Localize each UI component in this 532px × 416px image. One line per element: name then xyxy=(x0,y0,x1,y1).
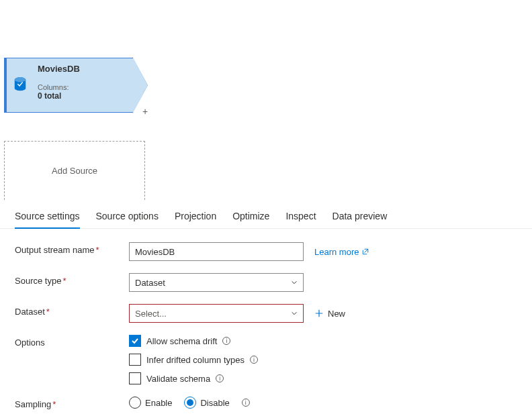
chevron-down-icon xyxy=(291,310,298,317)
tab-optimize[interactable]: Optimize xyxy=(232,204,269,228)
sampling-disable-radio[interactable]: Disable xyxy=(184,397,229,409)
tab-source-options[interactable]: Source options xyxy=(96,204,159,228)
info-icon[interactable]: i xyxy=(222,337,230,345)
learn-more-link[interactable]: Learn more xyxy=(314,247,369,257)
external-link-icon xyxy=(361,248,369,256)
source-type-label: Source type* xyxy=(15,273,129,286)
source-icon-col xyxy=(7,58,34,113)
validate-schema-label: Validate schema xyxy=(146,374,210,384)
tab-inspect[interactable]: Inspect xyxy=(285,204,316,228)
validate-schema-checkbox[interactable] xyxy=(129,372,141,384)
infer-drifted-types-label: Infer drifted column types xyxy=(146,355,245,365)
output-stream-label: Output stream name* xyxy=(15,242,129,255)
dataset-label: Dataset* xyxy=(15,304,129,317)
options-label: Options xyxy=(15,335,129,348)
info-icon[interactable]: i xyxy=(250,356,258,364)
sampling-enable-radio[interactable]: Enable xyxy=(129,397,172,409)
source-settings-form: Output stream name* Learn more Source ty… xyxy=(0,229,532,416)
source-columns-label: Columns: xyxy=(38,83,126,91)
svg-point-1 xyxy=(15,77,26,82)
info-icon[interactable]: i xyxy=(242,399,250,407)
infer-drifted-types-checkbox[interactable] xyxy=(129,354,141,366)
source-type-select[interactable]: Dataset xyxy=(129,273,304,292)
tabs-bar: Source settings Source options Projectio… xyxy=(0,204,532,229)
dataflow-canvas: MoviesDB Columns: 0 total + Add Source xyxy=(0,0,532,201)
database-icon xyxy=(13,76,28,94)
info-icon[interactable]: i xyxy=(216,374,224,382)
source-columns-count: 0 total xyxy=(38,91,126,101)
tab-source-settings[interactable]: Source settings xyxy=(15,204,80,228)
source-title: MoviesDB xyxy=(38,64,126,74)
source-body: MoviesDB Columns: 0 total xyxy=(34,58,133,113)
add-source-button[interactable]: Add Source xyxy=(4,141,145,200)
new-dataset-button[interactable]: New xyxy=(314,309,345,319)
output-stream-input[interactable] xyxy=(129,242,304,261)
tab-data-preview[interactable]: Data preview xyxy=(332,204,388,228)
radio-icon xyxy=(184,397,196,409)
tab-projection[interactable]: Projection xyxy=(175,204,216,228)
radio-icon xyxy=(129,397,141,409)
plus-icon xyxy=(314,309,324,318)
check-icon xyxy=(131,337,139,345)
node-arrow xyxy=(133,58,148,113)
add-transform-plus[interactable]: + xyxy=(142,106,148,117)
add-source-label: Add Source xyxy=(52,166,97,176)
chevron-down-icon xyxy=(291,279,298,286)
dataset-select[interactable]: Select... xyxy=(129,304,304,323)
allow-schema-drift-checkbox[interactable] xyxy=(129,335,141,347)
source-node[interactable]: MoviesDB Columns: 0 total xyxy=(3,58,148,113)
sampling-label: Sampling* xyxy=(15,397,129,409)
allow-schema-drift-label: Allow schema drift xyxy=(146,336,217,346)
